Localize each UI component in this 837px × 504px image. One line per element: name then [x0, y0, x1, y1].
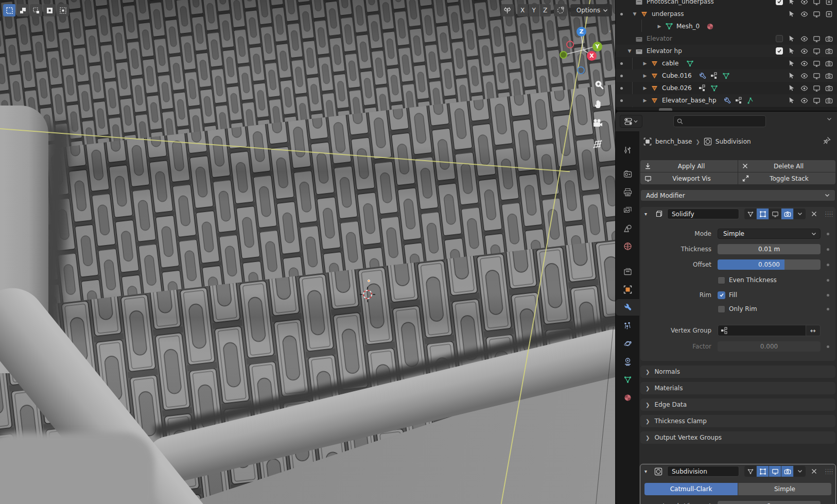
- selectable-toggle-icon[interactable]: [786, 82, 798, 94]
- mirror-z-button[interactable]: Z: [540, 4, 551, 16]
- section-thickness-clamp[interactable]: ❯ Thickness Clamp: [640, 415, 835, 427]
- zoom-tool-icon[interactable]: [592, 78, 606, 92]
- selectable-toggle-icon[interactable]: [786, 32, 798, 45]
- selectable-toggle-icon[interactable]: [786, 94, 798, 107]
- modifier-extras-dropdown[interactable]: [794, 466, 806, 477]
- animate-dot[interactable]: [827, 248, 829, 251]
- mirror-y-button[interactable]: Y: [529, 4, 539, 16]
- animate-dot[interactable]: [827, 264, 829, 266]
- select-invert-button[interactable]: [43, 4, 56, 16]
- navigation-gizmo[interactable]: Z Y X: [559, 25, 605, 76]
- factor-field[interactable]: 0.000: [718, 341, 821, 352]
- expand-arrow-icon[interactable]: ▶: [656, 24, 663, 29]
- gizmo-y-axis[interactable]: Y: [592, 42, 602, 51]
- expand-arrow-icon[interactable]: ▼: [626, 48, 633, 54]
- outliner-row-elevator-base-hp[interactable]: ▶ Elevator_base_hp: [616, 94, 837, 107]
- render-disable-icon[interactable]: [823, 94, 835, 107]
- tab-material[interactable]: [616, 389, 639, 406]
- mirror-button[interactable]: [501, 4, 514, 16]
- apply-all-button[interactable]: Apply All: [640, 160, 738, 172]
- viewport-display-toggle[interactable]: [769, 208, 781, 219]
- tab-scene[interactable]: [616, 220, 639, 236]
- search-input[interactable]: [686, 118, 762, 125]
- outliner-row-photoscan-underpass[interactable]: Photoscan_underpass: [616, 0, 837, 8]
- outliner-row-cable[interactable]: ▶ cable: [616, 57, 837, 69]
- tab-physics[interactable]: [616, 335, 639, 352]
- editor-type-dropdown[interactable]: [620, 115, 642, 128]
- viewport-disable-icon[interactable]: [810, 57, 823, 69]
- animate-dot[interactable]: [827, 345, 829, 348]
- region-collapse-chevron[interactable]: ‹: [609, 28, 611, 34]
- simple-button[interactable]: Simple: [738, 483, 831, 495]
- tab-constraints[interactable]: [616, 353, 639, 370]
- proportional-edit-button[interactable]: [554, 4, 567, 16]
- select-intersect-button[interactable]: [57, 4, 69, 16]
- outliner-row-cube-026[interactable]: ▶ Cube.026: [616, 82, 837, 94]
- outliner-editor[interactable]: Photoscan_underpass ▼ underpass: [616, 0, 837, 111]
- exclude-checkbox[interactable]: [773, 0, 786, 8]
- on-cage-toggle[interactable]: [757, 208, 769, 219]
- hide-eye-icon[interactable]: [798, 45, 810, 57]
- subdivision-panel-header[interactable]: ▾ Subdivision ::::::::: [640, 464, 835, 478]
- expand-arrow-icon[interactable]: ▶: [641, 85, 649, 91]
- drag-handle[interactable]: ::::::::: [825, 469, 833, 474]
- edit-mode-display-toggle[interactable]: [744, 466, 756, 477]
- selectable-toggle-icon[interactable]: [786, 8, 798, 20]
- breadcrumb-object[interactable]: bench_base: [655, 138, 692, 145]
- tab-object[interactable]: [616, 281, 639, 298]
- tab-world[interactable]: [616, 238, 639, 254]
- animate-dot[interactable]: [827, 294, 829, 297]
- vertex-group-field[interactable]: [718, 325, 806, 336]
- viewport-disable-icon[interactable]: [810, 69, 823, 82]
- expand-arrow-icon[interactable]: ▶: [641, 61, 649, 66]
- outliner-row-mesh-0[interactable]: ▶ Mesh_0: [616, 20, 837, 32]
- camera-view-icon[interactable]: [591, 117, 604, 130]
- thickness-field[interactable]: 0.01 m: [718, 244, 821, 254]
- render-disable-icon[interactable]: [823, 0, 835, 8]
- selectable-toggle-icon[interactable]: [786, 69, 798, 82]
- viewport-disable-icon[interactable]: [810, 8, 823, 20]
- viewport-disable-icon[interactable]: [810, 94, 823, 107]
- viewport-disable-icon[interactable]: [810, 82, 823, 94]
- properties-options-chevron[interactable]: [827, 117, 832, 121]
- offset-slider[interactable]: 0.0500: [718, 259, 821, 270]
- options-dropdown[interactable]: Options: [570, 4, 612, 16]
- animate-dot[interactable]: [827, 233, 829, 235]
- modifier-name-field[interactable]: Solidify: [667, 208, 739, 219]
- section-edge-data[interactable]: ❯ Edge Data: [640, 398, 835, 411]
- tab-view-layer[interactable]: [616, 202, 639, 218]
- render-disable-icon[interactable]: [823, 57, 835, 69]
- render-disable-icon[interactable]: [823, 8, 835, 20]
- hide-eye-icon[interactable]: [798, 69, 810, 82]
- outliner-row-underpass[interactable]: ▼ underpass: [616, 8, 837, 20]
- selectable-toggle-icon[interactable]: [786, 0, 798, 8]
- animate-dot[interactable]: [827, 279, 829, 282]
- render-display-toggle[interactable]: [781, 466, 793, 477]
- expand-arrow-icon[interactable]: ▶: [641, 98, 649, 103]
- tab-output[interactable]: [616, 184, 639, 200]
- even-thickness-checkbox[interactable]: [718, 276, 725, 284]
- levels-viewport-field[interactable]: 2: [718, 501, 821, 504]
- mirror-x-button[interactable]: X: [517, 4, 528, 16]
- viewport-disable-icon[interactable]: [810, 45, 823, 57]
- collapse-chevron-icon[interactable]: ▾: [644, 211, 652, 217]
- animate-dot[interactable]: [827, 308, 829, 310]
- tab-modifiers[interactable]: [616, 299, 639, 316]
- hide-eye-icon[interactable]: [798, 94, 810, 107]
- hide-eye-icon[interactable]: [798, 0, 810, 8]
- hide-eye-icon[interactable]: [798, 82, 810, 94]
- section-normals[interactable]: ❯ Normals: [640, 366, 835, 378]
- render-disable-icon[interactable]: [823, 32, 835, 45]
- move-view-hand-icon[interactable]: [592, 97, 605, 111]
- viewport-vis-button[interactable]: Viewport Vis: [640, 172, 738, 184]
- outliner-row-cube-016[interactable]: ▶ Cube.016: [616, 69, 837, 82]
- orthographic-toggle-icon[interactable]: [591, 137, 604, 151]
- tab-render[interactable]: [616, 166, 639, 182]
- gizmo-z-axis[interactable]: Z: [577, 27, 586, 37]
- render-disable-icon[interactable]: [823, 69, 835, 82]
- properties-search[interactable]: [673, 115, 766, 127]
- delete-all-button[interactable]: Delete All: [738, 160, 835, 172]
- selectable-toggle-icon[interactable]: [786, 45, 798, 57]
- render-display-toggle[interactable]: [781, 208, 793, 219]
- render-disable-icon[interactable]: [823, 45, 835, 57]
